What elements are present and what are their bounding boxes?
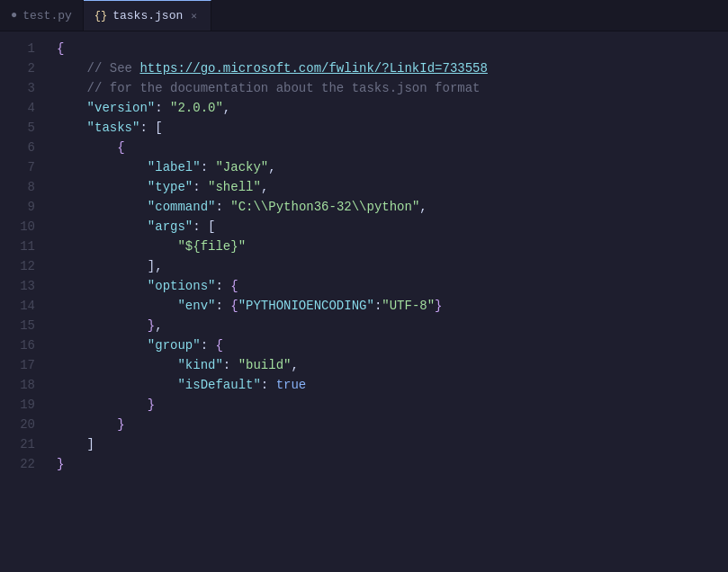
code-line-11: "${file}" — [57, 237, 728, 256]
code-line-1: { — [57, 39, 728, 58]
editor: 1 2 3 4 5 6 7 8 9 10 11 12 13 14 15 16 1… — [0, 31, 728, 572]
code-line-4: "version": "2.0.0", — [57, 98, 728, 118]
code-area[interactable]: { // See https://go.microsoft.com/fwlink… — [49, 31, 728, 572]
line-num-6: 6 — [9, 138, 35, 157]
line-num-4: 4 — [9, 98, 35, 118]
code-line-10: "args": [ — [57, 217, 728, 237]
line-num-22: 22 — [9, 454, 35, 474]
code-line-20: } — [57, 415, 728, 434]
code-line-2: // See https://go.microsoft.com/fwlink/?… — [57, 58, 728, 78]
line-num-8: 8 — [9, 177, 35, 197]
code-line-17: "kind": "build", — [57, 355, 728, 375]
tab-tasks-json[interactable]: {} tasks.json ✕ — [84, 0, 211, 31]
tab-label-test-py: test.py — [22, 9, 72, 22]
line-num-19: 19 — [9, 395, 35, 415]
code-line-14: "env": {"PYTHONIOENCODING":"UTF-8"} — [57, 296, 728, 316]
line-num-17: 17 — [9, 355, 35, 375]
code-line-16: "group": { — [57, 335, 728, 355]
code-line-5: "tasks": [ — [57, 118, 728, 138]
line-num-9: 9 — [9, 197, 35, 217]
line-num-11: 11 — [9, 237, 35, 256]
line-num-12: 12 — [9, 256, 35, 276]
code-line-8: "type": "shell", — [57, 177, 728, 197]
line-num-10: 10 — [9, 217, 35, 237]
line-num-2: 2 — [9, 58, 35, 78]
tab-bar: ● test.py {} tasks.json ✕ — [0, 0, 728, 31]
code-line-15: }, — [57, 316, 728, 335]
code-line-18: "isDefault": true — [57, 375, 728, 395]
code-line-19: } — [57, 395, 728, 415]
tab-label-tasks-json: tasks.json — [112, 9, 183, 22]
code-line-12: ], — [57, 256, 728, 276]
line-numbers: 1 2 3 4 5 6 7 8 9 10 11 12 13 14 15 16 1… — [0, 31, 49, 572]
line-num-15: 15 — [9, 316, 35, 335]
code-line-6: { — [57, 138, 728, 157]
line-num-1: 1 — [9, 39, 35, 58]
line-num-18: 18 — [9, 375, 35, 395]
tab-icon-test-py: ● — [11, 9, 17, 22]
line-num-5: 5 — [9, 118, 35, 138]
line-num-20: 20 — [9, 415, 35, 434]
line-num-3: 3 — [9, 78, 35, 98]
tab-icon-tasks-json: {} — [94, 10, 107, 22]
line-num-13: 13 — [9, 276, 35, 296]
code-line-7: "label": "Jacky", — [57, 157, 728, 177]
code-line-21: ] — [57, 434, 728, 454]
code-line-22: } — [57, 454, 728, 474]
line-num-14: 14 — [9, 296, 35, 316]
code-line-9: "command": "C:\\Python36-32\\python", — [57, 197, 728, 217]
tab-close-tasks-json[interactable]: ✕ — [188, 9, 200, 22]
line-num-7: 7 — [9, 157, 35, 177]
line-num-21: 21 — [9, 434, 35, 454]
code-line-13: "options": { — [57, 276, 728, 296]
tab-test-py[interactable]: ● test.py — [0, 0, 84, 31]
code-line-3: // for the documentation about the tasks… — [57, 78, 728, 98]
line-num-16: 16 — [9, 335, 35, 355]
